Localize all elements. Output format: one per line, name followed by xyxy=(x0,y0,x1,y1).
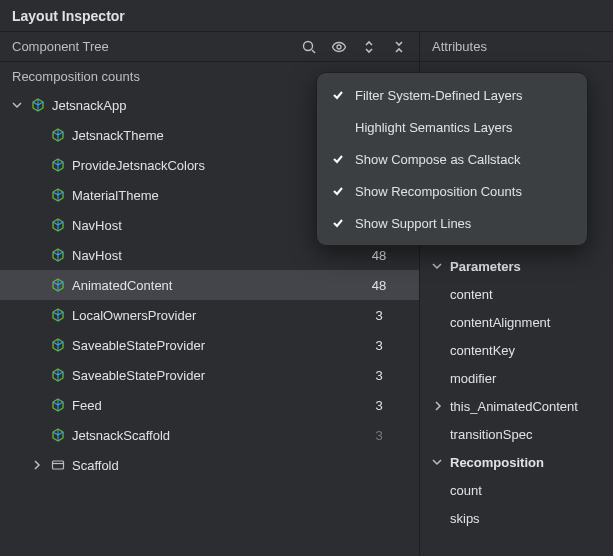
attribute-name: this_AnimatedContent xyxy=(450,399,578,414)
check-icon xyxy=(331,217,345,229)
attribute-row[interactable]: transitionSpec xyxy=(420,420,613,448)
attributes-header-label: Attributes xyxy=(432,39,487,54)
chevron-down-icon xyxy=(430,261,444,271)
tree-node-label: JetsnackTheme xyxy=(72,128,164,143)
recomposition-count: 3 xyxy=(349,338,409,353)
chevron-down-icon xyxy=(430,457,444,467)
chevron-down-icon[interactable] xyxy=(10,100,24,110)
compose-icon xyxy=(50,427,66,443)
collapse-all-icon[interactable] xyxy=(391,39,407,55)
check-icon xyxy=(331,153,345,165)
attributes-section-header[interactable]: Recomposition xyxy=(420,448,613,476)
section-title: Parameters xyxy=(450,259,521,274)
attribute-name: contentAlignment xyxy=(450,315,550,330)
compose-icon xyxy=(50,127,66,143)
popup-item-label: Show Compose as Callstack xyxy=(355,152,520,167)
tree-node-label: AnimatedContent xyxy=(72,278,172,293)
tree-node-label: LocalOwnersProvider xyxy=(72,308,196,323)
tree-row[interactable]: JetsnackScaffold3 xyxy=(0,420,419,450)
tree-node-label: ProvideJetsnackColors xyxy=(72,158,205,173)
compose-icon xyxy=(50,247,66,263)
compose-icon xyxy=(50,307,66,323)
chevron-right-icon[interactable] xyxy=(432,401,444,411)
recomposition-count: 3 xyxy=(349,308,409,323)
section-title: Recomposition xyxy=(450,455,544,470)
container-icon xyxy=(50,457,66,473)
tree-node-label: NavHost xyxy=(72,218,122,233)
tree-row[interactable]: Feed3 xyxy=(0,390,419,420)
compose-icon xyxy=(50,187,66,203)
popup-menu-item[interactable]: Filter System-Defined Layers xyxy=(317,79,587,111)
check-icon xyxy=(331,89,345,101)
tree-node-label: SaveableStateProvider xyxy=(72,338,205,353)
tree-row[interactable]: Scaffold xyxy=(0,450,419,480)
svg-point-2 xyxy=(337,45,341,49)
svg-rect-3 xyxy=(53,461,64,469)
eye-icon[interactable] xyxy=(331,39,347,55)
recomposition-count: 48 xyxy=(349,278,409,293)
tree-node-label: Feed xyxy=(72,398,102,413)
tree-node-label: MaterialTheme xyxy=(72,188,159,203)
attribute-row[interactable]: content xyxy=(420,280,613,308)
attribute-name: contentKey xyxy=(450,343,515,358)
svg-line-1 xyxy=(312,50,315,53)
tree-header: Component Tree xyxy=(0,32,420,61)
compose-icon xyxy=(50,217,66,233)
panel-title-text: Layout Inspector xyxy=(12,8,125,24)
recomposition-count: 3 xyxy=(349,398,409,413)
popup-menu-item[interactable]: Show Compose as Callstack xyxy=(317,143,587,175)
tree-node-label: SaveableStateProvider xyxy=(72,368,205,383)
tree-row[interactable]: SaveableStateProvider3 xyxy=(0,360,419,390)
attribute-name: count xyxy=(450,483,482,498)
tree-node-label: NavHost xyxy=(72,248,122,263)
attribute-row[interactable]: this_AnimatedContent xyxy=(420,392,613,420)
attribute-row[interactable]: count xyxy=(420,476,613,504)
compose-icon xyxy=(50,337,66,353)
popup-menu-item[interactable]: Highlight Semantics Layers xyxy=(317,111,587,143)
attributes-header: Attributes xyxy=(420,39,613,54)
popup-item-label: Filter System-Defined Layers xyxy=(355,88,523,103)
compose-icon xyxy=(30,97,46,113)
popup-item-label: Highlight Semantics Layers xyxy=(355,120,513,135)
popup-item-label: Show Support Lines xyxy=(355,216,471,231)
tree-node-label: Scaffold xyxy=(72,458,119,473)
attribute-name: modifier xyxy=(450,371,496,386)
attribute-name: transitionSpec xyxy=(450,427,532,442)
tree-header-label: Component Tree xyxy=(12,39,301,54)
recomposition-count: 48 xyxy=(349,248,409,263)
chevron-right-icon[interactable] xyxy=(30,460,44,470)
compose-icon xyxy=(50,277,66,293)
compose-icon xyxy=(50,397,66,413)
svg-point-0 xyxy=(304,41,313,50)
tree-row[interactable]: LocalOwnersProvider3 xyxy=(0,300,419,330)
popup-item-label: Show Recomposition Counts xyxy=(355,184,522,199)
expand-all-icon[interactable] xyxy=(361,39,377,55)
attribute-name: content xyxy=(450,287,493,302)
recomposition-count: 3 xyxy=(349,368,409,383)
attributes-section-header[interactable]: Parameters xyxy=(420,252,613,280)
attribute-name: skips xyxy=(450,511,480,526)
panel-header-row: Component Tree Attributes xyxy=(0,32,613,62)
view-options-popup: Filter System-Defined LayersHighlight Se… xyxy=(316,72,588,246)
attribute-row[interactable]: modifier xyxy=(420,364,613,392)
attribute-row[interactable]: skips xyxy=(420,504,613,532)
panel-title: Layout Inspector xyxy=(0,0,613,32)
tree-node-label: JetsnackScaffold xyxy=(72,428,170,443)
recomposition-count: 3 xyxy=(349,428,409,443)
attribute-row[interactable]: contentKey xyxy=(420,336,613,364)
compose-icon xyxy=(50,157,66,173)
tree-node-label: JetsnackApp xyxy=(52,98,126,113)
attribute-row[interactable]: contentAlignment xyxy=(420,308,613,336)
tree-row[interactable]: AnimatedContent48 xyxy=(0,270,419,300)
compose-icon xyxy=(50,367,66,383)
popup-menu-item[interactable]: Show Support Lines xyxy=(317,207,587,239)
tree-row[interactable]: SaveableStateProvider3 xyxy=(0,330,419,360)
popup-menu-item[interactable]: Show Recomposition Counts xyxy=(317,175,587,207)
check-icon xyxy=(331,185,345,197)
search-icon[interactable] xyxy=(301,39,317,55)
